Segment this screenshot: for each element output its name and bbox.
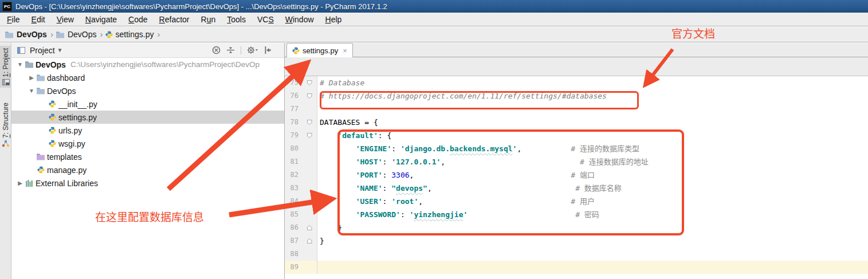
line-number: 75 — [285, 76, 302, 89]
code-line-83[interactable]: 83 'NAME': "devops", # 数据库名称 — [285, 182, 868, 195]
menu-help[interactable]: Help — [320, 15, 348, 24]
menu-tools[interactable]: Tools — [221, 15, 252, 24]
gutter-fold-column — [302, 103, 317, 116]
expand-arrow-icon[interactable]: ▼ — [16, 61, 24, 68]
menu-bar: FileEditViewNavigateCodeRefactorRunTools… — [0, 13, 868, 26]
tree-item-external-libraries[interactable]: ▶External Libraries — [11, 176, 284, 190]
code-line-text: 'HOST': '127.0.0.1', # 连接数据库的地址 — [317, 155, 868, 168]
tree-item-urls-py[interactable]: urls.py — [11, 124, 284, 137]
line-number: 84 — [285, 195, 302, 208]
code-line-text: } — [317, 221, 868, 234]
tree-item-manage-py[interactable]: manage.py — [11, 163, 284, 176]
tree-item-devops[interactable]: ▼DevOps — [11, 84, 284, 97]
chevron-down-icon[interactable]: ▼ — [57, 47, 63, 53]
folder-icon — [5, 31, 14, 38]
tab-label: settings.py — [303, 46, 338, 55]
tool-window-tab-label: 1: Project — [2, 48, 10, 77]
fold-marker-icon[interactable] — [302, 129, 317, 142]
menu-run[interactable]: Run — [195, 15, 222, 24]
settings-gear-icon[interactable] — [247, 46, 258, 54]
python-file-icon — [105, 31, 113, 38]
code-line-76[interactable]: 76# https://docs.djangoproject.com/en/1.… — [285, 89, 868, 103]
expand-arrow-icon[interactable]: ▼ — [28, 88, 36, 94]
code-line-77[interactable]: 77 — [285, 103, 868, 116]
tree-item-dashboard[interactable]: ▶dashboard — [11, 71, 284, 84]
fold-marker-icon[interactable] — [302, 76, 317, 89]
breadcrumb-item[interactable]: settings.py — [105, 30, 154, 39]
breadcrumb-item[interactable]: DevOps — [56, 30, 97, 39]
code-line-text: 'NAME': "devops", # 数据库名称 — [317, 182, 868, 195]
expand-arrow-icon[interactable]: ▶ — [16, 180, 24, 186]
menu-window[interactable]: Window — [280, 15, 320, 24]
line-number: 87 — [285, 234, 302, 247]
tree-item-devops[interactable]: ▼DevOpsC:\Users\yinzhengjie\softwares\Py… — [11, 58, 284, 71]
menu-vcs[interactable]: VCS — [252, 15, 280, 24]
tree-item-templates[interactable]: templates — [11, 150, 284, 163]
code-line-75[interactable]: 75# Database — [285, 76, 868, 89]
menu-view[interactable]: View — [51, 15, 80, 24]
expand-arrow-icon[interactable]: ▶ — [28, 74, 36, 81]
folder-icon — [56, 31, 65, 38]
menu-file[interactable]: File — [1, 15, 26, 24]
tree-item-label: templates — [47, 152, 82, 162]
breadcrumb-label: DevOps — [17, 30, 47, 39]
code-line-text: 'default': { — [317, 129, 868, 142]
fold-marker-icon[interactable] — [302, 116, 317, 129]
tool-window-tab-structure[interactable]: 7: Structure — [0, 100, 11, 150]
code-line-89[interactable]: 89 — [285, 261, 868, 274]
project-panel-title[interactable]: Project — [30, 46, 55, 55]
line-number: 80 — [285, 142, 302, 155]
code-line-87[interactable]: 87} — [285, 234, 868, 247]
code-line-78[interactable]: 78DATABASES = { — [285, 116, 868, 129]
breadcrumb-separator: › — [50, 29, 53, 39]
menu-navigate[interactable]: Navigate — [80, 15, 123, 24]
code-line-text: # Database — [317, 76, 868, 89]
structure-icon — [2, 140, 10, 147]
tool-window-tab-project[interactable]: 1: Project — [0, 46, 11, 88]
collapse-all-icon[interactable] — [226, 46, 235, 54]
fold-marker-icon[interactable] — [302, 89, 317, 103]
code-line-84[interactable]: 84 'USER': 'root', # 用户 — [285, 195, 868, 208]
locate-icon[interactable] — [212, 46, 221, 54]
fold-marker-icon[interactable] — [302, 234, 317, 247]
tree-item--init-py[interactable]: __init__.py — [11, 97, 284, 111]
code-line-82[interactable]: 82 'PORT': 3306, # 端口 — [285, 168, 868, 182]
hide-panel-icon[interactable] — [264, 46, 272, 54]
breadcrumb: DevOps›DevOps›settings.py› — [0, 27, 868, 42]
tab-settings-py[interactable]: settings.py × — [286, 43, 353, 57]
line-number: 85 — [285, 208, 302, 221]
gutter-fold-column — [302, 182, 317, 195]
close-icon[interactable]: × — [343, 46, 347, 55]
breadcrumb-separator: › — [157, 29, 160, 39]
menu-code[interactable]: Code — [123, 15, 153, 24]
tree-item-settings-py[interactable]: settings.py — [11, 111, 284, 124]
project-root-path: C:\Users\yinzhengjie\softwares\PycharmPr… — [70, 60, 260, 69]
project-panel: Project ▼ ▼DevOpsC:\Users\yinzhengjie\so… — [11, 43, 285, 279]
code-line-88[interactable]: 88 — [285, 247, 868, 261]
libraries-icon — [24, 180, 34, 187]
code-line-81[interactable]: 81 'HOST': '127.0.0.1', # 连接数据库的地址 — [285, 155, 868, 168]
python-file-icon — [47, 127, 57, 134]
code-line-text: DATABASES = { — [317, 116, 868, 129]
python-file-icon — [47, 100, 57, 108]
line-number: 77 — [285, 103, 302, 116]
tree-item-wsgi-py[interactable]: wsgi.py — [11, 137, 284, 150]
breadcrumb-item[interactable]: DevOps — [5, 30, 47, 39]
fold-marker-icon[interactable] — [302, 221, 317, 234]
tree-item-label: __init__.py — [58, 100, 97, 109]
code-line-79[interactable]: 79 'default': { — [285, 129, 868, 142]
code-line-85[interactable]: 85 'PASSWORD': 'yinzhengjie' # 密码 — [285, 208, 868, 221]
menu-refactor[interactable]: Refactor — [154, 15, 195, 24]
code-line-86[interactable]: 86 } — [285, 221, 868, 234]
folder-icon — [36, 87, 46, 95]
python-file-icon — [292, 47, 300, 54]
menu-edit[interactable]: Edit — [26, 15, 51, 24]
tree-item-label: DevOps — [36, 60, 66, 69]
code-line-80[interactable]: 80 'ENGINE': 'django.db.backends.mysql',… — [285, 142, 868, 155]
tree-item-label: External Libraries — [36, 179, 98, 188]
code-line-text — [317, 261, 868, 274]
code-line-text: 'PASSWORD': 'yinzhengjie' # 密码 — [317, 208, 868, 221]
tree-item-label: urls.py — [58, 126, 82, 135]
code-area[interactable]: 75# Database76# https://docs.djangoproje… — [285, 76, 868, 274]
code-line-text: 'ENGINE': 'django.db.backends.mysql', # … — [317, 142, 868, 155]
